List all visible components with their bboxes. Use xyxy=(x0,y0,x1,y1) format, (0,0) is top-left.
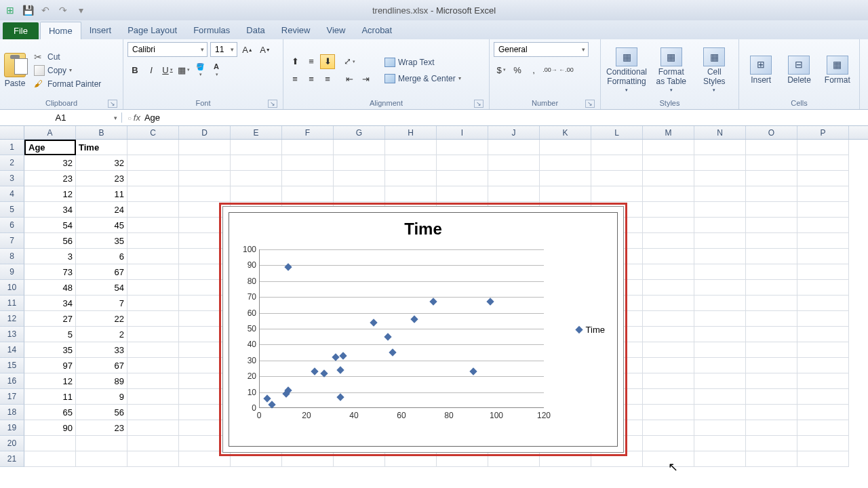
cell[interactable] xyxy=(643,436,694,451)
number-launcher[interactable]: ↘ xyxy=(585,100,595,108)
align-center-button[interactable]: ≡ xyxy=(304,72,319,87)
cell[interactable] xyxy=(127,155,179,171)
cell[interactable] xyxy=(24,436,76,451)
decrease-decimal-button[interactable]: ←.00 xyxy=(559,62,574,77)
chart-data-point[interactable] xyxy=(336,366,344,373)
cell-styles-button[interactable]: ▦Cell Styles▾ xyxy=(694,46,735,94)
cell[interactable]: 90 xyxy=(24,420,76,436)
cell[interactable] xyxy=(694,218,746,233)
cell[interactable] xyxy=(488,155,540,171)
cell[interactable] xyxy=(643,420,694,436)
cell[interactable] xyxy=(643,373,694,389)
cell[interactable] xyxy=(643,311,694,327)
row-header[interactable]: 16 xyxy=(0,373,24,389)
chart-data-point[interactable] xyxy=(370,319,377,326)
cell[interactable] xyxy=(127,342,179,358)
cell[interactable]: 12 xyxy=(24,373,76,389)
chart-data-point[interactable] xyxy=(263,394,271,402)
row-header[interactable]: 8 xyxy=(0,249,24,264)
row-header[interactable]: 1 xyxy=(0,140,24,155)
cell[interactable]: 22 xyxy=(76,311,127,327)
orientation-button[interactable]: ⤢ xyxy=(342,54,357,69)
cell[interactable] xyxy=(746,342,797,358)
cell[interactable] xyxy=(282,171,334,186)
cell[interactable] xyxy=(540,171,591,186)
tab-insert[interactable]: Insert xyxy=(81,22,120,39)
cell[interactable] xyxy=(24,451,76,467)
cell[interactable]: 24 xyxy=(76,202,127,218)
cell[interactable]: 48 xyxy=(24,280,76,296)
cell[interactable]: 32 xyxy=(76,155,127,171)
cell[interactable] xyxy=(488,186,540,202)
cell[interactable] xyxy=(334,171,385,186)
align-top-button[interactable]: ⬆ xyxy=(288,54,302,69)
cell[interactable] xyxy=(797,171,849,186)
accounting-format-button[interactable]: $ xyxy=(494,62,509,77)
cell[interactable] xyxy=(437,186,488,202)
chart-data-point[interactable] xyxy=(311,368,318,375)
cell[interactable]: 35 xyxy=(76,233,127,249)
cell[interactable]: 33 xyxy=(76,342,127,358)
fx-icon[interactable]: fx xyxy=(127,113,140,123)
chart-data-point[interactable] xyxy=(389,348,396,356)
cell[interactable] xyxy=(127,420,179,436)
column-header[interactable]: P xyxy=(797,126,849,139)
cell[interactable]: Age xyxy=(24,140,76,155)
cell[interactable] xyxy=(591,171,643,186)
cell[interactable]: Time xyxy=(76,140,127,155)
cell[interactable] xyxy=(437,451,488,467)
cell[interactable] xyxy=(694,358,746,373)
cell[interactable] xyxy=(385,451,437,467)
cell[interactable]: 89 xyxy=(76,373,127,389)
cell[interactable] xyxy=(797,296,849,311)
increase-indent-button[interactable]: ⇥ xyxy=(358,72,373,87)
cell[interactable] xyxy=(746,296,797,311)
cell[interactable] xyxy=(127,451,179,467)
cell[interactable]: 6 xyxy=(76,249,127,264)
cell[interactable] xyxy=(127,171,179,186)
cell[interactable] xyxy=(694,280,746,296)
cell[interactable] xyxy=(746,218,797,233)
cell[interactable] xyxy=(694,233,746,249)
chart-data-point[interactable] xyxy=(339,352,347,359)
wrap-text-button[interactable]: Wrap Text xyxy=(380,56,466,69)
cell[interactable] xyxy=(231,155,282,171)
font-launcher[interactable]: ↘ xyxy=(268,100,277,108)
cell[interactable] xyxy=(282,140,334,155)
cell[interactable] xyxy=(746,264,797,280)
cell[interactable] xyxy=(643,186,694,202)
cell[interactable] xyxy=(437,155,488,171)
increase-decimal-button[interactable]: .00→ xyxy=(542,62,557,77)
row-header[interactable]: 4 xyxy=(0,186,24,202)
conditional-formatting-button[interactable]: ▦Conditional Formatting▾ xyxy=(605,46,648,94)
cell[interactable] xyxy=(797,202,849,218)
cell[interactable] xyxy=(643,327,694,342)
cell[interactable] xyxy=(231,140,282,155)
tab-review[interactable]: Review xyxy=(273,22,319,39)
cell[interactable]: 65 xyxy=(24,405,76,420)
fill-color-button[interactable]: 🪣 xyxy=(193,62,208,77)
cell[interactable]: 97 xyxy=(24,358,76,373)
cell[interactable] xyxy=(179,140,231,155)
align-left-button[interactable]: ≡ xyxy=(288,72,302,87)
row-header[interactable]: 3 xyxy=(0,171,24,186)
border-button[interactable]: ▦ xyxy=(176,62,191,77)
cell[interactable] xyxy=(127,373,179,389)
cell[interactable]: 9 xyxy=(76,389,127,405)
insert-cells-button[interactable]: ⊞Insert xyxy=(743,54,778,86)
cell[interactable] xyxy=(591,186,643,202)
cell[interactable] xyxy=(746,389,797,405)
row-header[interactable]: 15 xyxy=(0,358,24,373)
cell[interactable] xyxy=(591,155,643,171)
cell[interactable] xyxy=(540,140,591,155)
cell[interactable]: 32 xyxy=(24,155,76,171)
cell[interactable] xyxy=(127,233,179,249)
cell[interactable] xyxy=(385,140,437,155)
cell[interactable]: 2 xyxy=(76,327,127,342)
cell[interactable] xyxy=(694,342,746,358)
grow-font-button[interactable]: A▲ xyxy=(240,42,255,57)
cell[interactable] xyxy=(282,451,334,467)
chart-legend[interactable]: Time xyxy=(576,325,605,335)
cell[interactable] xyxy=(127,405,179,420)
font-name-combo[interactable]: Calibri xyxy=(127,42,208,57)
